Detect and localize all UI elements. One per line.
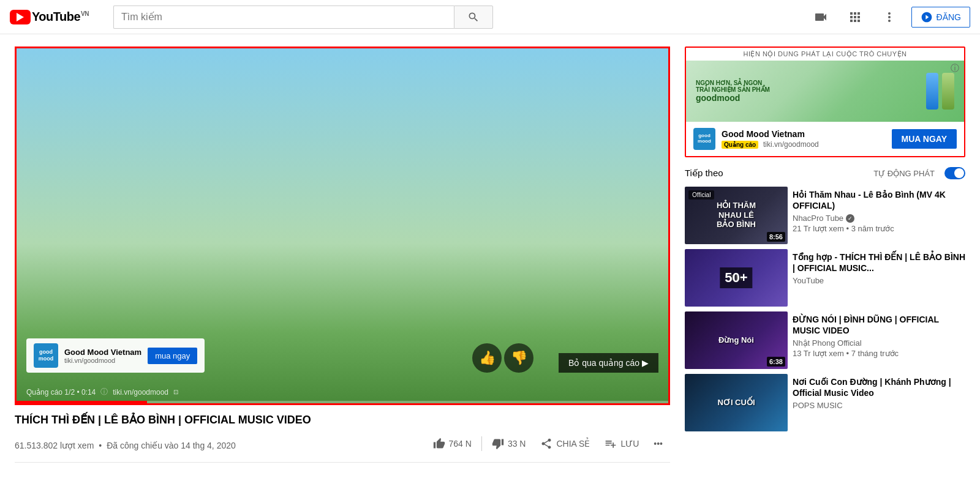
search-bar	[113, 6, 493, 29]
action-separator	[481, 436, 482, 451]
ad-banner-buy-button[interactable]: MUA NGAY	[892, 129, 957, 149]
sign-in-label: ĐĂNG	[937, 12, 961, 22]
ad-url-small: tiki.vn/goodmood	[113, 388, 168, 397]
rec-info-1: Tổng hợp - THÍCH THÌ ĐẾN | LÊ BẢO BÌNH |…	[793, 249, 965, 307]
ad-overlay-btn[interactable]: mua ngay	[148, 348, 197, 364]
rec-channel-0: NhacPro Tube	[793, 214, 965, 223]
autoplay-toggle[interactable]	[944, 167, 965, 179]
main-container: 👍 👎 goodmood Good Mood Vietnam tiki.vn/g…	[0, 34, 980, 475]
search-button[interactable]	[454, 6, 493, 29]
account-icon	[921, 11, 933, 23]
apps-icon	[848, 10, 862, 24]
thumb-label-2: Đừng Nói	[718, 335, 754, 345]
ad-overlay: goodmood Good Mood Vietnam tiki.vn/goodm…	[26, 338, 205, 373]
dislike-button[interactable]: 33 N	[484, 433, 533, 455]
ad-info-label: Quảng cáo 1/2 • 0:14	[26, 388, 96, 397]
verified-icon-0	[846, 214, 854, 223]
upload-button[interactable]	[809, 5, 833, 29]
like-overlay: 👍 👎	[472, 343, 533, 373]
ad-tag: Quảng cáo	[722, 141, 758, 149]
progress-bar[interactable]	[17, 401, 668, 403]
autoplay-control: TỰ ĐỘNG PHÁT	[873, 167, 965, 179]
youtube-logo[interactable]: YouTubeVN	[10, 10, 89, 24]
ad-overlay-url: tiki.vn/goodmood	[64, 357, 141, 364]
like-button[interactable]: 764 N	[426, 433, 479, 455]
rec-meta-2: 13 Tr lượt xem • 7 tháng trước	[793, 349, 965, 358]
rec-channel-1: YouTube	[793, 276, 965, 285]
ad-info-bar: Quảng cáo 1/2 • 0:14 ⓘ tiki.vn/goodmood …	[26, 387, 178, 397]
like-overlay-button[interactable]: 👍	[472, 343, 502, 373]
video-player-wrap: 👍 👎 goodmood Good Mood Vietnam tiki.vn/g…	[15, 47, 670, 405]
save-button[interactable]: LƯU	[597, 433, 646, 455]
rec-info-3: Nơi Cuối Con Đường | Khánh Phương | Offi…	[793, 374, 965, 431]
rec-duration-2: 6:38	[767, 357, 785, 367]
search-input[interactable]	[113, 6, 454, 29]
apps-button[interactable]	[843, 5, 867, 29]
ad-banner-label: HIỆN NỘI DUNG PHÁT LẠI CUỘC TRÒ CHUYỆN	[686, 48, 964, 61]
recommended-videos: HỎI THĂM NHAU LÊ BẢO BÌNHOfficial8:56Hỏi…	[685, 187, 965, 431]
header: YouTubeVN ĐĂNG	[0, 0, 980, 34]
search-icon	[467, 11, 480, 23]
like-count: 764 N	[449, 439, 472, 449]
dislike-count: 33 N	[508, 439, 526, 449]
rec-video-2[interactable]: Đừng Nói6:38ĐỪNG NÓI | ĐÌNH DŨNG | OFFIC…	[685, 311, 965, 369]
share-icon	[540, 438, 552, 450]
autoplay-label: TỰ ĐỘNG PHÁT	[873, 169, 935, 178]
rec-meta-0: 21 Tr lượt xem • 3 năm trước	[793, 224, 965, 233]
save-icon	[605, 438, 617, 450]
rec-channel-2: Nhật Phong Official	[793, 338, 965, 348]
rec-title-2: ĐỪNG NÓI | ĐÌNH DŨNG | OFFICIAL MUSIC VI…	[793, 314, 965, 336]
rec-info-2: ĐỪNG NÓI | ĐÌNH DŨNG | OFFICIAL MUSIC VI…	[793, 311, 965, 369]
more-options-button[interactable]	[877, 5, 902, 29]
skip-ad-button[interactable]: Bỏ qua quảng cáo ▶	[559, 353, 658, 373]
more-icon	[882, 10, 897, 24]
rec-video-0[interactable]: HỎI THĂM NHAU LÊ BẢO BÌNHOfficial8:56Hỏi…	[685, 187, 965, 244]
share-button[interactable]: CHIA SẺ	[533, 433, 597, 455]
ad-banner-image: NGON HƠN, SẢ NGON TRẢI NGHIỆM SẢN PHẨM g…	[686, 61, 964, 122]
rec-title-0: Hỏi Thăm Nhau - Lê Bảo Bình (MV 4K OFFIC…	[793, 189, 965, 211]
video-player[interactable]: 👍 👎 goodmood Good Mood Vietnam tiki.vn/g…	[17, 48, 668, 403]
rec-thumb-0: HỎI THĂM NHAU LÊ BẢO BÌNHOfficial8:56	[685, 187, 788, 244]
rec-info-0: Hỏi Thăm Nhau - Lê Bảo Bình (MV 4K OFFIC…	[793, 187, 965, 244]
sidebar-ad-banner: HIỆN NỘI DUNG PHÁT LẠI CUỘC TRÒ CHUYỆN N…	[685, 47, 965, 157]
video-title: THÍCH THÌ ĐẾN | LÊ BẢO BÌNH | OFFICIAL M…	[15, 412, 670, 428]
thumb-label-3: NƠI CUỐI	[718, 398, 755, 408]
upload-icon	[813, 10, 828, 24]
country-label: VN	[81, 10, 89, 17]
header-left: YouTubeVN	[10, 10, 89, 24]
video-meta-row: 61.513.802 lượt xem • Đã công chiếu vào …	[15, 433, 670, 463]
share-label: CHIA SẺ	[556, 439, 590, 449]
thumb-badge-1: 50+	[720, 267, 752, 288]
rec-video-1[interactable]: Thì50+Tổng hợp - THÍCH THÌ ĐẾN | LÊ BẢO …	[685, 249, 965, 307]
video-actions: 764 N 33 N CHIA SẺ LƯU •••	[426, 433, 670, 455]
youtube-logo-icon	[10, 10, 31, 24]
rec-thumb-3: NƠI CUỐI	[685, 374, 788, 431]
more-dots: •••	[654, 439, 663, 449]
dislike-icon	[492, 438, 504, 450]
ad-banner-bottom: goodmood Good Mood Vietnam Quảng cáo tik…	[686, 122, 964, 156]
ad-overlay-info: Good Mood Vietnam tiki.vn/goodmood	[64, 348, 141, 364]
sign-in-button[interactable]: ĐĂNG	[911, 7, 970, 28]
dislike-overlay-button[interactable]: 👎	[504, 343, 533, 373]
thumb-label-0: HỎI THĂM NHAU LÊ BẢO BÌNH	[710, 201, 762, 230]
progress-fill	[17, 401, 147, 403]
ad-url: tiki.vn/goodmood	[763, 140, 819, 149]
more-video-button[interactable]: •••	[646, 434, 670, 453]
header-right: ĐĂNG	[809, 5, 970, 29]
video-column: 👍 👎 goodmood Good Mood Vietnam tiki.vn/g…	[15, 47, 670, 463]
ad-logo: goodmood	[34, 343, 58, 368]
video-views: 61.513.802 lượt xem	[15, 441, 94, 450]
rec-video-3[interactable]: NƠI CUỐINơi Cuối Con Đường | Khánh Phươn…	[685, 374, 965, 431]
save-label: LƯU	[620, 439, 639, 449]
rec-thumb-2: Đừng Nói6:38	[685, 311, 788, 369]
rec-title-1: Tổng hợp - THÍCH THÌ ĐẾN | LÊ BẢO BÌNH |…	[793, 252, 965, 274]
ad-banner-logo: goodmood	[693, 128, 715, 150]
rec-channel-3: POPS MUSIC	[793, 401, 965, 410]
rec-title-3: Nơi Cuối Con Đường | Khánh Phương | Offi…	[793, 376, 965, 398]
up-next-header: Tiếp theo TỰ ĐỘNG PHÁT	[685, 167, 965, 179]
youtube-logo-text: YouTubeVN	[32, 10, 89, 24]
video-published: Đã công chiếu vào 14 thg 4, 2020	[107, 441, 236, 450]
rec-thumb-1: Thì50+	[685, 249, 788, 307]
like-icon	[433, 438, 445, 450]
ad-overlay-name: Good Mood Vietnam	[64, 348, 141, 357]
